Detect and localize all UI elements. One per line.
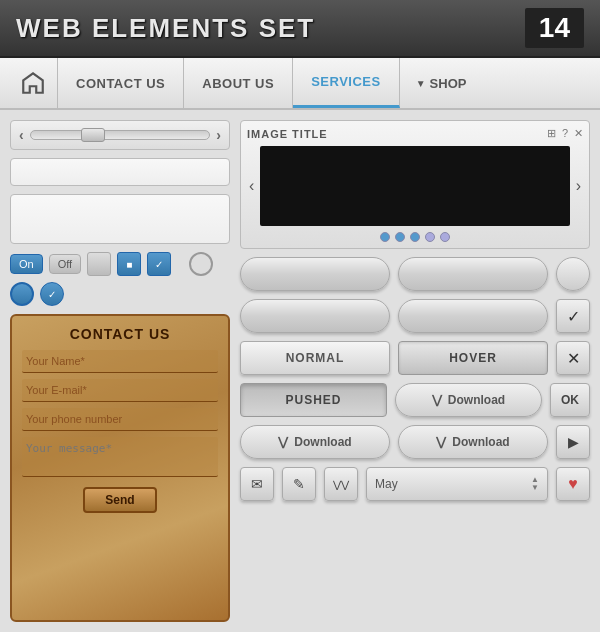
widget-image: [260, 146, 569, 226]
download-icon-3: ⋁: [436, 435, 446, 449]
small-check-btn-2[interactable]: ✓: [40, 282, 64, 306]
arrow-right-btn[interactable]: ▶: [556, 425, 590, 459]
image-widget-body: ‹ ›: [247, 146, 583, 226]
image-widget-title: IMAGE TITLE: [247, 128, 328, 140]
down-arrow: ▼: [531, 484, 539, 492]
slider-left-arrow[interactable]: ‹: [19, 127, 24, 143]
nav-item-contact[interactable]: CONTACT US: [58, 58, 184, 108]
left-column: ‹ › On Off ■ ✓ ✓ CONTACT US: [10, 120, 230, 622]
nav-item-about[interactable]: ABOUT US: [184, 58, 293, 108]
widget-nav-right[interactable]: ›: [574, 175, 583, 197]
gray-pill-btn-4[interactable]: [398, 299, 548, 333]
radio-selected[interactable]: [10, 282, 34, 306]
small-blue-btn-1[interactable]: ■: [117, 252, 141, 276]
heart-icon: ♥: [568, 475, 578, 493]
contact-form-title: CONTACT US: [22, 326, 218, 342]
dot-2[interactable]: [395, 232, 405, 242]
ok-button[interactable]: OK: [550, 383, 590, 417]
main-content: ‹ › On Off ■ ✓ ✓ CONTACT US: [0, 110, 600, 632]
may-dropdown[interactable]: May ▲ ▼: [366, 467, 548, 501]
send-button[interactable]: Send: [83, 487, 156, 513]
download-icon-2: ⋁: [278, 435, 288, 449]
pushed-button[interactable]: PUSHED: [240, 383, 387, 417]
button-row-5: ⋁ Download ⋁ Download ▶: [240, 425, 590, 459]
download-btn-3[interactable]: ⋁ Download: [398, 425, 548, 459]
widget-icons: ⊞ ? ✕: [547, 127, 583, 140]
phone-input[interactable]: [22, 408, 218, 431]
button-row-3: NORMAL HOVER ✕: [240, 341, 590, 375]
double-down-icon: ⋁⋁: [333, 479, 349, 490]
header-number: 14: [525, 8, 584, 48]
gray-pill-btn-1[interactable]: [240, 257, 390, 291]
download-icon-1: ⋁: [432, 393, 442, 407]
header-title: WEB ELEMENTS SET: [16, 13, 315, 44]
slider-right-arrow[interactable]: ›: [216, 127, 221, 143]
hover-button[interactable]: HOVER: [398, 341, 548, 375]
heart-btn[interactable]: ♥: [556, 467, 590, 501]
widget-resize-icon[interactable]: ⊞: [547, 127, 556, 140]
right-column: IMAGE TITLE ⊞ ? ✕ ‹ ›: [240, 120, 590, 622]
small-gray-btn-1[interactable]: [87, 252, 111, 276]
right-arrow-icon: ▶: [568, 434, 579, 450]
download-label-1: Download: [448, 393, 505, 407]
dot-1[interactable]: [380, 232, 390, 242]
round-btn-1[interactable]: [556, 257, 590, 291]
download-btn-2[interactable]: ⋁ Download: [240, 425, 390, 459]
shop-dropdown-icon: ▼: [416, 78, 426, 89]
pencil-btn[interactable]: ✎: [282, 467, 316, 501]
nav-item-shop[interactable]: ▼ SHOP: [400, 58, 483, 108]
dot-4[interactable]: [425, 232, 435, 242]
dot-5[interactable]: [440, 232, 450, 242]
email-icon: ✉: [251, 476, 263, 492]
text-input-1[interactable]: [10, 158, 230, 186]
radio-unselected[interactable]: [189, 252, 213, 276]
may-label: May: [375, 477, 398, 491]
contact-form: CONTACT US Send: [10, 314, 230, 622]
nav-home-button[interactable]: [8, 58, 58, 108]
small-check-btn[interactable]: ✓: [147, 252, 171, 276]
name-input[interactable]: [22, 350, 218, 373]
image-widget: IMAGE TITLE ⊞ ? ✕ ‹ ›: [240, 120, 590, 249]
download-label-3: Download: [452, 435, 509, 449]
widget-nav-left[interactable]: ‹: [247, 175, 256, 197]
widget-dots: [247, 232, 583, 242]
widget-help-icon[interactable]: ?: [562, 127, 568, 140]
button-row-6: ✉ ✎ ⋁⋁ May ▲ ▼ ♥: [240, 467, 590, 501]
nav-item-services[interactable]: SERVICES: [293, 58, 400, 108]
widget-close-icon[interactable]: ✕: [574, 127, 583, 140]
text-area-1[interactable]: [10, 194, 230, 244]
slider-container: ‹ ›: [10, 120, 230, 150]
toggle-row: On Off ■ ✓ ✓: [10, 252, 230, 306]
check-icon: ✓: [567, 307, 580, 326]
check-square-btn[interactable]: ✓: [556, 299, 590, 333]
image-widget-header: IMAGE TITLE ⊞ ? ✕: [247, 127, 583, 140]
slider-thumb[interactable]: [81, 128, 105, 142]
toggle-off-button[interactable]: Off: [49, 254, 81, 274]
download-btn-1[interactable]: ⋁ Download: [395, 383, 542, 417]
send-button-container: Send: [22, 487, 218, 513]
x-button[interactable]: ✕: [556, 341, 590, 375]
dropdown-arrows: ▲ ▼: [531, 476, 539, 492]
email-btn[interactable]: ✉: [240, 467, 274, 501]
email-input[interactable]: [22, 379, 218, 402]
home-icon: [20, 70, 46, 96]
gray-pill-btn-3[interactable]: [240, 299, 390, 333]
button-row-1: [240, 257, 590, 291]
pencil-icon: ✎: [293, 476, 305, 492]
dot-3[interactable]: [410, 232, 420, 242]
slider-track[interactable]: [30, 130, 211, 140]
message-input[interactable]: [22, 437, 218, 477]
double-down-btn[interactable]: ⋁⋁: [324, 467, 358, 501]
button-row-2: ✓: [240, 299, 590, 333]
navigation: CONTACT US ABOUT US SERVICES ▼ SHOP: [0, 58, 600, 110]
gray-pill-btn-2[interactable]: [398, 257, 548, 291]
download-label-2: Download: [294, 435, 351, 449]
toggle-on-button[interactable]: On: [10, 254, 43, 274]
button-row-4: PUSHED ⋁ Download OK: [240, 383, 590, 417]
header: WEB ELEMENTS SET 14: [0, 0, 600, 58]
normal-button[interactable]: NORMAL: [240, 341, 390, 375]
